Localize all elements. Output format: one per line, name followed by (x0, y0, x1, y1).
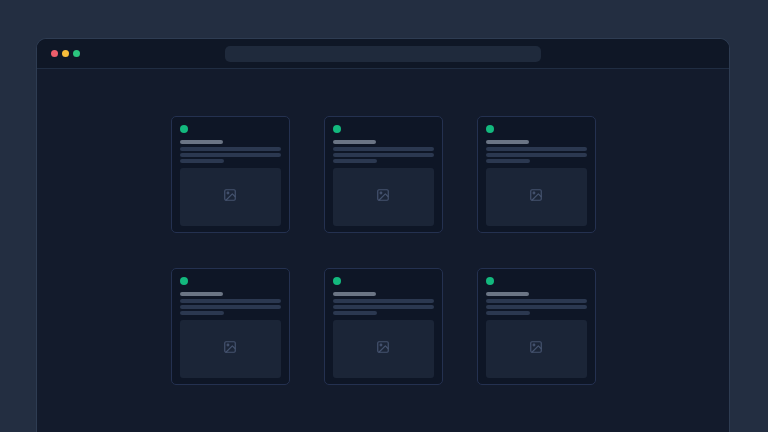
address-bar-input[interactable] (225, 46, 541, 62)
status-dot (333, 277, 341, 285)
text-placeholder-bar (180, 311, 224, 315)
window-titlebar (37, 39, 729, 69)
text-placeholder-bar (333, 311, 377, 315)
card-1[interactable] (171, 116, 290, 233)
text-placeholder-bar (333, 305, 434, 309)
zoom-window-button[interactable] (73, 50, 80, 57)
browser-window (36, 38, 730, 432)
title-placeholder-bar (333, 292, 376, 296)
image-placeholder-icon (223, 188, 237, 206)
text-placeholder-bar (486, 305, 587, 309)
image-placeholder-icon (376, 188, 390, 206)
card-5[interactable] (324, 268, 443, 385)
title-placeholder-bar (486, 140, 529, 144)
text-placeholder-bar (486, 147, 587, 151)
text-placeholder-bar (180, 147, 281, 151)
traffic-lights (51, 50, 80, 57)
text-placeholder-bar (333, 153, 434, 157)
thumbnail-placeholder (333, 320, 434, 378)
image-placeholder-icon (223, 340, 237, 358)
text-placeholder-bar (486, 159, 530, 163)
title-placeholder-bar (180, 140, 223, 144)
minimize-window-button[interactable] (62, 50, 69, 57)
thumbnail-placeholder (180, 320, 281, 378)
text-placeholder-bar (180, 153, 281, 157)
close-window-button[interactable] (51, 50, 58, 57)
image-placeholder-icon (529, 340, 543, 358)
status-dot (333, 125, 341, 133)
status-dot (180, 125, 188, 133)
title-placeholder-bar (333, 140, 376, 144)
status-dot (486, 277, 494, 285)
thumbnail-placeholder (180, 168, 281, 226)
text-placeholder-bar (486, 299, 587, 303)
status-dot (486, 125, 494, 133)
text-placeholder-bar (333, 299, 434, 303)
image-placeholder-icon (376, 340, 390, 358)
status-dot (180, 277, 188, 285)
thumbnail-placeholder (486, 168, 587, 226)
thumbnail-placeholder (486, 320, 587, 378)
title-placeholder-bar (486, 292, 529, 296)
title-placeholder-bar (180, 292, 223, 296)
text-placeholder-bar (180, 159, 224, 163)
thumbnail-placeholder (333, 168, 434, 226)
text-placeholder-bar (333, 147, 434, 151)
card-grid (171, 116, 596, 385)
window-content (37, 69, 729, 385)
text-placeholder-bar (333, 159, 377, 163)
text-placeholder-bar (180, 305, 281, 309)
card-4[interactable] (171, 268, 290, 385)
card-2[interactable] (324, 116, 443, 233)
image-placeholder-icon (529, 188, 543, 206)
text-placeholder-bar (486, 311, 530, 315)
text-placeholder-bar (486, 153, 587, 157)
card-6[interactable] (477, 268, 596, 385)
text-placeholder-bar (180, 299, 281, 303)
card-3[interactable] (477, 116, 596, 233)
